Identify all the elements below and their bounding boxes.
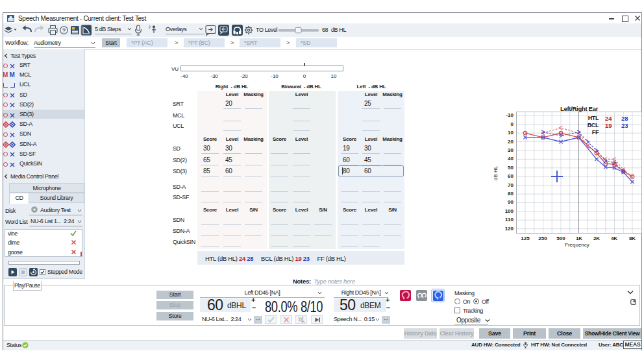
svg-text:?: ? — [62, 27, 66, 34]
